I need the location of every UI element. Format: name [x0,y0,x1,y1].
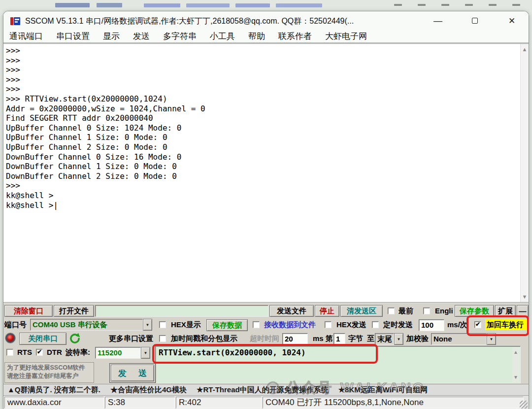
terminal-line: kk@shell > [6,191,519,201]
scroll-down-icon[interactable]: ▼ [522,294,528,299]
menu-item[interactable]: 联系作者 [278,31,312,42]
close-port-button[interactable]: 关闭串口 [19,333,66,345]
terminal-line: DownBuffer Channel 2 Size: 0 Mode: 0 [6,171,519,181]
window-title: SSCOM V5.13.1 串口/网络数据调试器,作者:大虾丁丁,2618058… [25,15,419,27]
hex-send-checkbox[interactable] [325,321,332,328]
byte-suffix-label: 字节 [348,333,363,344]
menu-item[interactable]: 帮助 [248,31,265,42]
terminal-line: kk@shell >| [6,201,519,210]
baud-dropdown-arrow-icon[interactable]: ▼ [141,347,150,359]
title-bar[interactable]: SSCOM V5.13.1 串口/网络数据调试器,作者:大虾丁丁,2618058… [3,11,529,30]
baud-select[interactable]: 115200 ▼ [95,347,150,359]
status-website[interactable]: www.daxia.cor [4,397,104,409]
ad-bar[interactable]: ▲Q群满员了. 没有第二个群.★合宙高性价比4G模块★RT-Thread中国人的… [3,384,529,395]
topmost-checkbox[interactable] [388,307,395,314]
terminal-line: Find SEGGER RTT addr 0x20000040 [6,113,519,123]
terminal-line: Addr = 0x20000000,wSize = 1024,Channel =… [6,104,519,114]
more-port-settings-button[interactable]: 更多串口设置 [95,333,153,344]
send-data-text: RTTView.start(0x20000000, 1024) [159,348,306,357]
timeout-input[interactable]: 20 [282,333,308,345]
save-data-button[interactable]: 保存数据 [206,319,248,331]
topmost-label: 最前 [399,305,413,317]
register-notice: 为了更好地发展SSCOM软件 请您注册嘉立创F结尾客户 [4,362,94,383]
timed-send-checkbox[interactable] [372,321,379,328]
timestamp-checkbox[interactable] [159,335,166,342]
clear-send-area-button[interactable]: 清发送区 [340,305,383,317]
interval-input[interactable]: 100 [419,319,444,331]
maximize-button[interactable] [464,11,486,30]
send-file-button[interactable]: 发送文件 [269,305,314,317]
checksum-select-value: None [431,333,487,345]
byte-from-input[interactable]: 1 [333,333,345,345]
ad-segment: ★8KM远距离WiFi可自组网 [338,385,428,395]
send-area-scrollbar[interactable]: ▲ ▼ [512,347,519,382]
terminal-text: >>>>>>>>>>>>>>>>>> RTTView.start(0x20000… [6,46,519,210]
close-button[interactable]: ✕ [500,11,523,30]
maximize-icon [472,18,478,24]
terminal-line: >>> [6,75,519,85]
resize-grip[interactable] [520,401,528,409]
port-label: 端口号 [4,319,27,331]
send-scroll-up-icon[interactable]: ▲ [513,349,519,355]
timeout-unit-label: ms [313,333,324,344]
terminal-line: DownBuffer Channel 1 Size: 0 Mode: 0 [6,162,519,171]
port-select[interactable]: COM40 USB 串行设备 ▼ [30,319,152,331]
menu-item[interactable]: 多字符串 [163,31,197,42]
send-scroll-down-icon[interactable]: ▼ [513,375,519,380]
to-select-value: 末尾 [375,333,394,345]
terminal-line: >>> RTTView.start(0x20000000,1024) [6,94,519,104]
menu-item[interactable]: 串口设置 [56,31,90,42]
port-dropdown-arrow-icon[interactable]: ▼ [143,319,152,331]
english-checkbox[interactable] [423,307,430,314]
scroll-up-icon[interactable]: ▲ [522,47,528,52]
terminal-line: >>> [6,181,519,191]
file-path-field[interactable] [95,305,268,317]
terminal-output[interactable]: >>>>>>>>>>>>>>>>>> RTTView.start(0x20000… [3,43,529,302]
menu-item[interactable]: 显示 [103,31,120,42]
send-button[interactable]: 发 送 [111,365,154,381]
status-sent-count: S:38 [105,397,175,409]
checksum-dropdown-arrow-icon[interactable]: ▼ [487,333,496,345]
send-data-input[interactable]: RTTView.start(0x20000000, 1024) ▲ ▼ [155,346,521,383]
menu-item[interactable]: 大虾电子网 [325,31,367,42]
port-select-value: COM40 USB 串行设备 [30,319,143,331]
menu-item[interactable]: 小工具 [210,31,235,42]
byte-prefix-label: 第 [326,333,333,344]
baud-label: 波特率: [66,346,90,358]
timestamp-label: 加时间戳和分包显示 [171,333,237,344]
collapse-button[interactable]: — [517,305,529,317]
screen: SSCOM V5.13.1 串口/网络数据调试器,作者:大虾丁丁,2618058… [0,0,532,409]
append-crlf-label: 加回车换行 [485,319,529,330]
to-dropdown-arrow-icon[interactable]: ▼ [394,333,403,345]
extend-button[interactable]: 扩展 [495,305,516,317]
timed-send-label: 定时发送 [383,319,413,331]
terminal-line: UpBuffer Channel 0 Size: 1024 Mode: 0 [6,123,519,133]
hex-send-label: HEX发送 [336,319,369,331]
status-received-count: R:402 [176,397,262,409]
append-crlf-checkbox[interactable] [474,321,481,328]
dtr-label: DTR [47,346,62,358]
minimize-button[interactable]: — [427,11,449,30]
save-params-button[interactable]: 保存参数 [455,305,494,317]
dtr-checkbox[interactable] [36,349,43,356]
ad-segment: ▲Q群满员了. 没有第二个群. [7,385,100,395]
notice-line-1: 为了更好地发展SSCOM软件 [7,364,92,372]
clear-window-button[interactable]: 清除窗口 [4,305,53,317]
hex-display-checkbox[interactable] [159,321,166,328]
menu-item[interactable]: 发送 [133,31,150,42]
stop-button[interactable]: 停止 [315,305,339,317]
recv-to-file-checkbox[interactable] [253,321,260,328]
menu-item[interactable]: 通讯端口 [9,31,43,42]
menu-bar: 通讯端口串口设置显示发送多字符串小工具帮助联系作者大虾电子网 [3,30,529,43]
open-file-button[interactable]: 打开文件 [54,305,94,317]
rts-checkbox[interactable] [6,349,13,356]
terminal-line: >>> [6,84,519,94]
terminal-line: >>> [6,56,519,66]
to-select[interactable]: 末尾 ▼ [375,333,403,345]
interval-unit-label: ms/次 [447,319,467,331]
terminal-line: >>> [6,65,519,75]
refresh-ports-icon[interactable] [68,332,81,345]
ad-segment: ★RT-Thread中国人的开源免费操作系统 [197,385,329,395]
checksum-select[interactable]: None ▼ [431,333,496,345]
terminal-scrollbar[interactable]: ▲ ▼ [520,44,529,302]
